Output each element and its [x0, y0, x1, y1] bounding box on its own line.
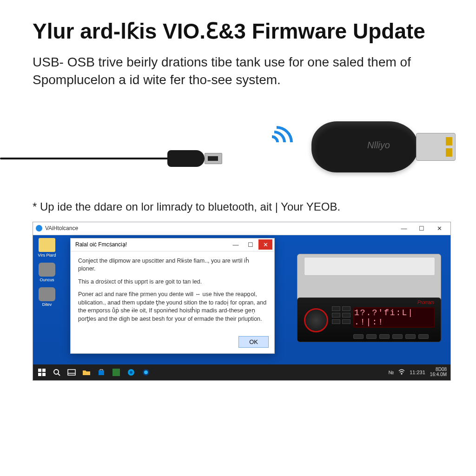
- svg-rect-3: [42, 373, 46, 376]
- network-icon[interactable]: [398, 369, 405, 376]
- page-subtitle: USB- OSB trive beirly drations tibe tank…: [33, 53, 443, 89]
- browser-icon[interactable]: [141, 367, 151, 377]
- update-dialog: Ralal oiċ Fmcṡanciạ! — ☐ ✕ Conject the d…: [70, 238, 275, 354]
- search-icon[interactable]: [52, 367, 62, 377]
- usb-cable-illustration: [0, 145, 218, 172]
- svg-point-11: [130, 371, 132, 374]
- stereo-lcd-display: 1?.?'fi:L| .!|:!: [353, 307, 435, 328]
- app-maximize-button[interactable]: ☐: [413, 223, 430, 233]
- dialog-maximize-button[interactable]: ☐: [244, 239, 258, 250]
- app-icon: [36, 225, 42, 231]
- app-minimize-button[interactable]: —: [396, 223, 412, 233]
- app-window-titlebar: VAiHtolcance — ☐ ✕: [33, 222, 450, 235]
- app-icon[interactable]: [111, 367, 121, 377]
- hero-illustration: Nlliyo: [33, 103, 443, 191]
- task-view-icon[interactable]: [66, 367, 77, 377]
- desktop-wallpaper: Virs Piard Ouncus Ditev Ralal oiċ Fmcṡan…: [33, 235, 450, 364]
- svg-rect-0: [38, 369, 41, 372]
- svg-point-13: [144, 370, 148, 374]
- file-explorer-icon[interactable]: [81, 367, 92, 377]
- page-title: Ylur ard-lƙis VIO.Ɛ&3 Firmware Update: [33, 19, 443, 44]
- car-stereo-illustration: Prorram 1?.?'fi:L| .!|:!: [297, 254, 441, 342]
- desktop-icon[interactable]: Virs Piard: [35, 238, 59, 258]
- desktop-icon[interactable]: Ouncus: [35, 263, 59, 283]
- dialog-paragraph: This a droṡixct of this upprt is are goi…: [78, 278, 267, 286]
- app-close-button[interactable]: ✕: [431, 223, 448, 233]
- svg-rect-8: [99, 370, 104, 375]
- usb-dongle-illustration: Nlliyo: [311, 112, 460, 182]
- start-button[interactable]: [37, 367, 47, 377]
- settings-icon[interactable]: [126, 367, 136, 377]
- taskbar: № 11:231 8D08 16:4.0M: [33, 364, 450, 380]
- svg-point-14: [401, 373, 402, 374]
- dialog-paragraph: Poner acl and nare fïhe prmen you dente …: [78, 291, 267, 323]
- dialog-title: Ralal oiċ Fmcṡanciạ!: [75, 241, 127, 248]
- tray-text: №: [388, 370, 394, 375]
- svg-rect-1: [42, 369, 46, 372]
- taskbar-date[interactable]: 8D08 16:4.0M: [430, 367, 447, 377]
- dialog-paragraph: Conject the dlipmow are upscitter and Rl…: [78, 257, 267, 273]
- app-window-title: VAiHtolcance: [45, 225, 78, 231]
- store-icon[interactable]: [96, 367, 106, 377]
- svg-rect-2: [38, 373, 41, 376]
- svg-line-5: [58, 374, 60, 376]
- dialog-minimize-button[interactable]: —: [229, 239, 243, 250]
- ok-button[interactable]: OK: [238, 336, 269, 348]
- desktop-screenshot: VAiHtolcance — ☐ ✕ Virs Piard Ouncus Dit…: [33, 222, 451, 381]
- svg-rect-9: [112, 369, 120, 376]
- taskbar-clock[interactable]: 11:231: [410, 370, 425, 375]
- dongle-brand-label: Nlliyo: [367, 140, 390, 151]
- volume-knob-icon: [304, 308, 328, 332]
- dialog-body: Conject the dlipmow are upscitter and Rl…: [71, 251, 274, 333]
- footnote-text: * Up ide the ddare on lor limrady to blu…: [33, 200, 443, 213]
- stereo-brand-label: Prorram: [417, 300, 434, 305]
- svg-rect-6: [68, 370, 75, 375]
- desktop-icon[interactable]: Ditev: [35, 287, 59, 307]
- dialog-close-button[interactable]: ✕: [258, 239, 272, 250]
- svg-point-4: [54, 370, 59, 374]
